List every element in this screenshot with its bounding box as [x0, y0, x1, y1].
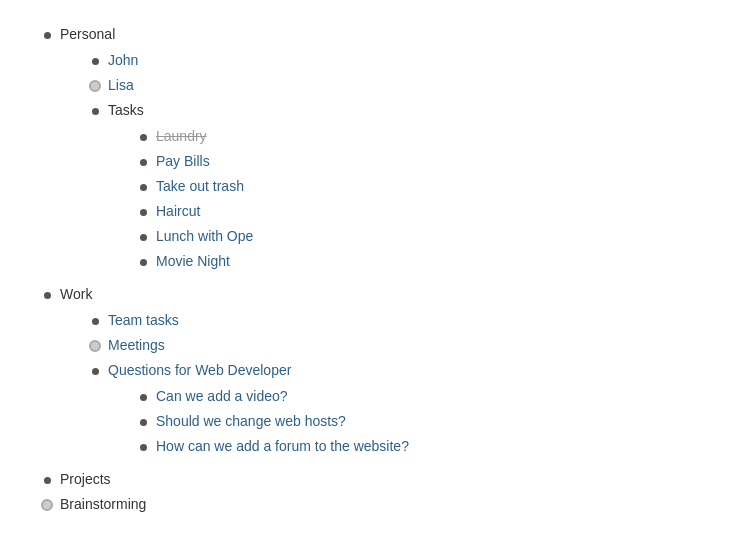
- list-item-haircut[interactable]: Haircut: [136, 201, 704, 222]
- item-label-haircut: Haircut: [156, 201, 704, 221]
- children-list-work: Team tasksMeetingsQuestions for Web Deve…: [60, 306, 704, 465]
- list-item-change-web-hosts[interactable]: Should we change web hosts?: [136, 411, 704, 432]
- circle-bullet-icon: [136, 437, 150, 457]
- list-item-team-tasks[interactable]: Team tasks: [88, 310, 704, 331]
- circle-bullet-icon: [136, 152, 150, 172]
- circle-bullet-icon: [40, 470, 54, 490]
- list-item-tasks[interactable]: TasksLaundryPay BillsTake out trashHairc…: [88, 100, 704, 276]
- list-item-lisa[interactable]: Lisa: [88, 75, 704, 96]
- item-label-personal: Personal: [60, 24, 704, 44]
- list-item-personal[interactable]: PersonalJohnLisaTasksLaundryPay BillsTak…: [40, 24, 704, 280]
- children-list-tasks: LaundryPay BillsTake out trashHaircutLun…: [108, 122, 704, 276]
- circle-bullet-icon: [88, 51, 102, 71]
- item-label-tasks: Tasks: [108, 100, 704, 120]
- list-item-meetings[interactable]: Meetings: [88, 335, 704, 356]
- circle-bullet-icon: [136, 177, 150, 197]
- item-label-work: Work: [60, 284, 704, 304]
- list-item-work[interactable]: WorkTeam tasksMeetingsQuestions for Web …: [40, 284, 704, 465]
- children-list-personal: JohnLisaTasksLaundryPay BillsTake out tr…: [60, 46, 704, 280]
- circle-bullet-icon: [88, 101, 102, 121]
- children-list-questions-web-dev: Can we add a video?Should we change web …: [108, 382, 704, 461]
- circle-bullet-icon: [88, 361, 102, 381]
- circle-bullet-icon: [136, 127, 150, 147]
- list-item-laundry[interactable]: Laundry: [136, 126, 704, 147]
- item-label-take-out-trash: Take out trash: [156, 176, 704, 196]
- item-label-lisa: Lisa: [108, 75, 704, 95]
- item-label-meetings: Meetings: [108, 335, 704, 355]
- item-label-laundry: Laundry: [156, 126, 704, 146]
- item-label-add-video: Can we add a video?: [156, 386, 704, 406]
- circle-bullet-icon: [136, 252, 150, 272]
- item-label-team-tasks: Team tasks: [108, 310, 704, 330]
- item-label-add-forum: How can we add a forum to the website?: [156, 436, 704, 456]
- loading-bullet-icon: [40, 495, 54, 515]
- list-item-lunch-with-ope[interactable]: Lunch with Ope: [136, 226, 704, 247]
- item-label-pay-bills: Pay Bills: [156, 151, 704, 171]
- circle-bullet-icon: [136, 387, 150, 407]
- circle-bullet-icon: [40, 285, 54, 305]
- list-item-projects[interactable]: Projects: [40, 469, 704, 490]
- loading-bullet-icon: [88, 76, 102, 96]
- circle-bullet-icon: [136, 202, 150, 222]
- list-item-add-forum[interactable]: How can we add a forum to the website?: [136, 436, 704, 457]
- circle-bullet-icon: [40, 25, 54, 45]
- circle-bullet-icon: [136, 227, 150, 247]
- list-item-brainstorming[interactable]: Brainstorming: [40, 494, 704, 515]
- item-label-movie-night: Movie Night: [156, 251, 704, 271]
- item-label-lunch-with-ope: Lunch with Ope: [156, 226, 704, 246]
- list-item-movie-night[interactable]: Movie Night: [136, 251, 704, 272]
- circle-bullet-icon: [136, 412, 150, 432]
- item-label-questions-web-dev: Questions for Web Developer: [108, 360, 704, 380]
- item-label-john: John: [108, 50, 704, 70]
- outline-root: PersonalJohnLisaTasksLaundryPay BillsTak…: [40, 24, 704, 515]
- item-label-brainstorming: Brainstorming: [60, 494, 704, 514]
- list-item-pay-bills[interactable]: Pay Bills: [136, 151, 704, 172]
- loading-bullet-icon: [88, 336, 102, 356]
- list-item-take-out-trash[interactable]: Take out trash: [136, 176, 704, 197]
- list-item-john[interactable]: John: [88, 50, 704, 71]
- item-label-change-web-hosts: Should we change web hosts?: [156, 411, 704, 431]
- list-item-add-video[interactable]: Can we add a video?: [136, 386, 704, 407]
- list-item-questions-web-dev[interactable]: Questions for Web DeveloperCan we add a …: [88, 360, 704, 461]
- item-label-projects: Projects: [60, 469, 704, 489]
- circle-bullet-icon: [88, 311, 102, 331]
